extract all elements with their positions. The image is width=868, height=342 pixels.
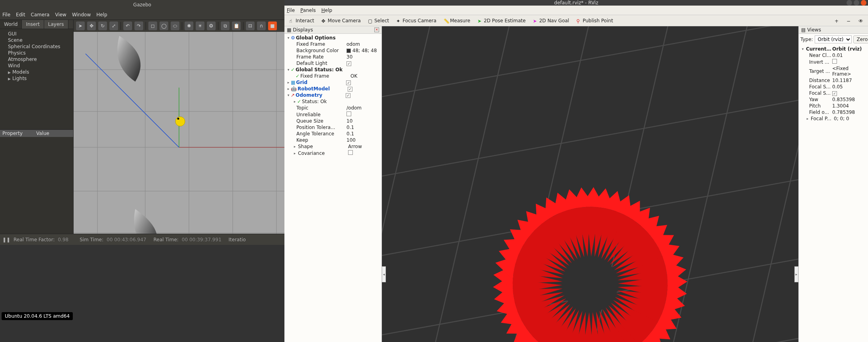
tree-sphcoord[interactable]: Spherical Coordinates	[3, 43, 70, 50]
tool-scale[interactable]: ⤢	[109, 21, 118, 30]
tool-move[interactable]: ✥	[87, 21, 96, 30]
row-keep[interactable]: Keep	[296, 137, 346, 143]
tool-box[interactable]: ◻	[148, 21, 157, 30]
row-odometry[interactable]: Odometry	[295, 92, 346, 98]
checkbox-cov[interactable]	[348, 150, 353, 155]
row-focalp[interactable]: Focal P...	[810, 116, 834, 121]
tool-light3[interactable]: ❂	[207, 21, 216, 30]
minimize-icon[interactable]	[847, 0, 852, 6]
row-gs-fixedframe[interactable]: Fixed Frame	[300, 73, 350, 79]
gz-menu-edit[interactable]: Edit	[16, 12, 25, 18]
tool-2dpose[interactable]: ➤2D Pose Estimate	[474, 16, 529, 25]
pause-icon[interactable]: ❚❚	[2, 236, 10, 244]
expand-icon[interactable]: ▾	[286, 36, 291, 40]
row-fixedframe[interactable]: Fixed Frame	[296, 41, 346, 47]
zero-button[interactable]: Zero	[853, 35, 868, 43]
gazebo-3d-scene[interactable]	[74, 32, 284, 234]
row-unreliable[interactable]: Unreliable	[296, 112, 346, 117]
tree-gui[interactable]: GUI	[3, 31, 70, 37]
row-deflight[interactable]: Default Light	[296, 61, 346, 66]
tool-copy[interactable]: ⧉	[221, 21, 230, 30]
rv-menu-help[interactable]: Help	[321, 8, 332, 13]
row-grid[interactable]: Grid	[295, 80, 346, 85]
panel-close-icon[interactable]: ×	[374, 27, 379, 32]
expand-icon[interactable]: ▸	[805, 117, 810, 121]
gazebo-viewport[interactable]: ➤ ✥ ↻ ⤢ ↶ ↷ ◻ ◯ ⬭ ✺ ☀ ❂ ⧉ 📋 ⊟ ∩	[74, 20, 284, 234]
tab-layers[interactable]: Layers	[44, 20, 68, 29]
tool-cyl[interactable]: ⬭	[171, 21, 179, 30]
expand-icon[interactable]: ▸	[286, 80, 291, 84]
tab-world[interactable]: World	[0, 20, 22, 29]
row-target[interactable]: Target ...	[808, 68, 832, 74]
tool-light1[interactable]: ✺	[185, 21, 193, 30]
tool-light2[interactable]: ☀	[196, 21, 204, 30]
row-invert[interactable]: Invert ...	[808, 59, 832, 65]
tree-lights[interactable]: Lights	[3, 75, 70, 82]
row-distance[interactable]: Distance	[808, 78, 832, 83]
tool-record[interactable]: ■	[268, 21, 277, 30]
tool-undo[interactable]: ↶	[123, 21, 132, 30]
tool-align[interactable]: ⊟	[246, 21, 255, 30]
expand-icon[interactable]: ▸	[286, 87, 291, 91]
expand-icon[interactable]: ▾	[800, 47, 805, 51]
tool-movecam[interactable]: ✥Move Camera	[318, 16, 364, 25]
row-robotmodel[interactable]: RobotModel	[297, 86, 348, 92]
row-postol[interactable]: Position Tolera...	[296, 125, 346, 130]
checkbox-invert[interactable]	[832, 59, 837, 64]
tool-rotate[interactable]: ↻	[98, 21, 107, 30]
row-globalstatus[interactable]: Global Status: Ok	[295, 67, 346, 72]
row-cov[interactable]: Covariance	[297, 150, 348, 156]
tool-measure[interactable]: 📏Measure	[440, 16, 473, 25]
checkbox-robotmodel[interactable]: ✓	[348, 87, 352, 92]
tool-redo[interactable]: ↷	[134, 21, 143, 30]
tab-insert[interactable]: Insert	[22, 20, 44, 29]
tool-select[interactable]: ➤	[76, 21, 85, 30]
rviz-3d-view[interactable]: ◂ ▸	[382, 26, 798, 342]
row-focal2[interactable]: Focal S...	[808, 90, 832, 96]
row-yaw[interactable]: Yaw	[808, 97, 832, 102]
tree-atmosphere[interactable]: Atmosphere	[3, 56, 70, 63]
tool-snap[interactable]: ∩	[257, 21, 266, 30]
gz-menu-window[interactable]: Window	[72, 12, 91, 18]
tool-remove-display[interactable]: −	[843, 17, 854, 25]
gz-menu-view[interactable]: View	[55, 12, 66, 18]
close-icon[interactable]	[861, 0, 866, 6]
gz-menu-file[interactable]: File	[2, 12, 10, 18]
tool-eye[interactable]: 👁	[855, 17, 866, 25]
row-focal1[interactable]: Focal S...	[808, 84, 832, 90]
row-angtol[interactable]: Angle Tolerance	[296, 131, 346, 137]
world-tree[interactable]: GUI Scene Spherical Coordinates Physics …	[0, 29, 73, 129]
expand-icon[interactable]: ▾	[286, 93, 291, 97]
tree-models[interactable]: Models	[3, 69, 70, 75]
tree-physics[interactable]: Physics	[3, 50, 70, 56]
gz-menu-help[interactable]: Help	[96, 12, 107, 18]
row-statusok[interactable]: Status: Ok	[301, 99, 352, 104]
rv-menu-panels[interactable]: Panels	[300, 8, 316, 13]
row-pitch[interactable]: Pitch	[808, 103, 832, 109]
row-framerate[interactable]: Frame Rate	[296, 54, 346, 60]
row-nearclip[interactable]: Near Cl...	[808, 53, 832, 58]
tool-2dnav[interactable]: ➤2D Nav Goal	[529, 16, 572, 25]
tool-add-display[interactable]: +	[831, 17, 843, 25]
checkbox-focal2[interactable]: ✓	[832, 91, 837, 96]
row-bgcolor[interactable]: Background Color	[296, 48, 346, 53]
displays-tree[interactable]: ▾⚙Global Options Fixed Frameodom Backgro…	[284, 34, 381, 342]
rv-menu-file[interactable]: File	[287, 8, 295, 13]
expand-icon[interactable]: ▸	[292, 145, 297, 149]
checkbox-grid[interactable]: ✓	[346, 80, 351, 85]
row-topic[interactable]: Topic	[296, 105, 346, 111]
tool-focus[interactable]: ✦Focus Camera	[393, 16, 440, 25]
tool-paste[interactable]: 📋	[232, 21, 241, 30]
checkbox-deflight[interactable]: ✓	[346, 61, 351, 66]
row-queue[interactable]: Queue Size	[296, 118, 346, 124]
tool-select[interactable]: ▢Select	[365, 16, 392, 25]
tool-publish[interactable]: ⚲Publish Point	[573, 16, 616, 25]
expand-icon[interactable]: ▸	[292, 100, 297, 104]
row-currentview[interactable]: Current V...	[805, 46, 832, 52]
view-type-select[interactable]: Orbit (rviz)	[815, 35, 852, 43]
expand-icon[interactable]: ▸	[292, 151, 297, 155]
splitter-left-icon[interactable]: ◂	[382, 266, 386, 282]
maximize-icon[interactable]	[854, 0, 859, 6]
row-shape[interactable]: Shape	[297, 144, 348, 149]
tool-interact[interactable]: ☝Interact	[286, 16, 317, 25]
